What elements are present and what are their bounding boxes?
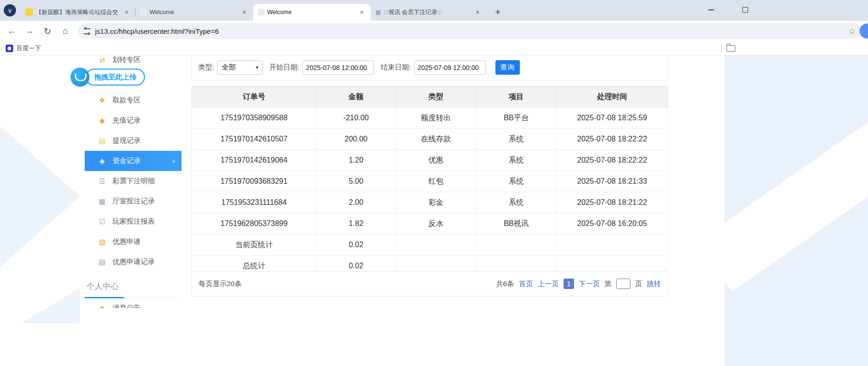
tab-title: 【新提醒】海燕策略论坛综合交 (36, 8, 119, 16)
first-page-link[interactable]: 首页 (519, 280, 533, 288)
browser-window: ∨ 【新提醒】海燕策略论坛综合交 × Welcome × Welcome × ▦ (0, 0, 868, 366)
grid-icon: ▦ (97, 197, 107, 206)
bookmarks-folder-icon[interactable] (726, 45, 735, 52)
back-button[interactable]: ← (4, 23, 19, 39)
url-text[interactable]: js13.cc/hhcp/usercenter.html?iniType=6 (95, 27, 219, 35)
cell-type: 红包 (396, 171, 476, 192)
cell-project: 系统 (476, 150, 557, 171)
cell-amount: 1.82 (316, 213, 396, 234)
sidebar-item-label: 划转专区 (112, 55, 141, 64)
close-icon[interactable]: × (122, 8, 131, 16)
cell-project: BB平台 (476, 108, 557, 129)
cell-order-no: 1751970142610507 (192, 129, 317, 150)
netdisk-icon (71, 68, 89, 86)
jump-page-input[interactable] (616, 279, 630, 289)
page-size-text: 每页显示20条 (199, 280, 242, 288)
chevron-right-icon: › (172, 156, 175, 166)
end-date-label: 结束日期: (381, 63, 411, 72)
sidebar-item-announcements[interactable]: ◆ 消息公告 (85, 298, 182, 308)
upload-overlay[interactable]: 拖拽至此上传 (71, 68, 145, 86)
query-button[interactable]: 查询 (495, 60, 520, 75)
reload-icon: ↻ (44, 26, 51, 37)
header-amount: 金额 (316, 86, 396, 108)
bookmark-label: 百度一下 (16, 44, 41, 53)
cell-amount: 200.00 (316, 129, 396, 150)
close-icon[interactable]: × (240, 8, 248, 16)
jump-button[interactable]: 跳转 (647, 280, 661, 288)
current-page-indicator: 1 (564, 279, 574, 289)
start-date-input[interactable] (303, 61, 374, 75)
site-info-icon[interactable] (84, 28, 90, 34)
cell-type: 优惠 (396, 150, 476, 171)
bookmark-baidu[interactable]: 百度一下 (6, 44, 41, 53)
announcement-icon: ◆ (97, 304, 107, 309)
cell-time: 2025-07-08 18:21:33 (557, 171, 668, 192)
tab-title: Welcome (267, 9, 354, 16)
cell-project: BB视讯 (476, 213, 557, 234)
maximize-button[interactable] (736, 3, 755, 17)
sidebar-item-recharge-records[interactable]: ◆ 充值记录 (85, 110, 182, 131)
sidebar-item-lottery-bet-details[interactable]: ☰ 彩票下注明细 (85, 171, 182, 191)
tab-welcome-active[interactable]: Welcome × (253, 4, 371, 21)
reload-button[interactable]: ↻ (40, 23, 55, 39)
type-select-value: 全部 (222, 63, 236, 72)
cell-time: 2025-07-08 18:25:59 (557, 108, 668, 129)
cell-project: 系统 (476, 171, 557, 192)
prev-page-link[interactable]: 上一页 (538, 280, 559, 288)
forward-button[interactable]: → (22, 23, 37, 39)
bookmarks-divider (721, 43, 722, 52)
close-icon[interactable]: × (473, 8, 482, 16)
sidebar-item-label: 提现记录 (112, 136, 141, 145)
bookmark-star-icon[interactable]: ☆ (849, 26, 856, 36)
close-icon[interactable]: × (358, 8, 366, 16)
tab-video-records[interactable]: ▦ :::视讯 会员下注纪录::: × (371, 4, 486, 21)
cell-type: 在线存款 (396, 129, 476, 150)
sidebar-item-player-bet-report[interactable]: ☑ 玩家投注报表 (85, 211, 182, 232)
table-row: 1751970142619064 1.20 优惠 系统 2025-07-08 1… (192, 150, 668, 171)
baidu-icon (6, 45, 13, 52)
new-tab-button[interactable]: + (490, 5, 505, 20)
sidebar-item-promo-apply[interactable]: ▧ 优惠申请 (85, 232, 182, 252)
withdraw-icon: ❖ (97, 96, 107, 105)
cell-summary-label: 当前页统计 (192, 234, 317, 256)
sidebar-item-hall-bet-records[interactable]: ▦ 厅室投注记录 (85, 191, 182, 211)
video-favicon: ▦ (375, 9, 381, 16)
tab-search-button[interactable]: ∨ (4, 4, 16, 16)
list-icon: ☰ (97, 177, 107, 186)
home-icon: ⌂ (63, 26, 68, 36)
cell-order-no: 1751962805373899 (192, 213, 317, 234)
transfer-icon: ⇄ (97, 56, 107, 64)
table-header-row: 订单号 金额 类型 项目 处理时间 (192, 86, 668, 108)
minimize-button[interactable] (702, 3, 721, 17)
sidebar-item-label: 充值记录 (112, 116, 141, 125)
home-button[interactable]: ⌂ (58, 23, 73, 39)
tab-forum[interactable]: 【新提醒】海燕策略论坛综合交 × (21, 4, 135, 21)
sidebar-item-fund-records[interactable]: ◈ 资金记录 › (85, 151, 182, 171)
bookmarks-bar: 百度一下 (0, 41, 868, 55)
forward-arrow-icon: → (25, 26, 34, 36)
table-row: 1751970093683291 5.00 红包 系统 2025-07-08 1… (192, 171, 668, 192)
recharge-icon: ◆ (97, 117, 107, 125)
sidebar-item-promo-apply-records[interactable]: ▤ 优惠申请记录 (85, 252, 182, 272)
tab-welcome-1[interactable]: Welcome × (135, 4, 253, 21)
sidebar-item-label: 消息公告 (112, 304, 141, 308)
back-arrow-icon: ← (8, 26, 16, 36)
report-icon: ☑ (97, 218, 107, 226)
header-type: 类型 (396, 86, 476, 108)
cell-amount: 2.00 (316, 192, 396, 213)
url-bar[interactable]: js13.cc/hhcp/usercenter.html?iniType=6 ☆ (78, 23, 861, 39)
cell-order-no: 1751953231111684 (192, 192, 317, 213)
end-date-input[interactable] (414, 61, 486, 75)
cell-order-no: 1751970093683291 (192, 171, 317, 192)
cell-amount: 5.00 (316, 171, 396, 192)
sidebar-item-withdraw-zone[interactable]: ❖ 取款专区 (85, 90, 182, 110)
cell-type (396, 234, 476, 256)
type-select[interactable]: 全部 ▾ (217, 61, 263, 75)
next-page-link[interactable]: 下一页 (579, 280, 600, 288)
cell-project: 系统 (476, 192, 557, 213)
money-bag-icon: ◈ (97, 157, 107, 165)
cell-order-no: 1751970142619064 (192, 150, 317, 171)
sidebar-section-personal-center[interactable]: 个人中心 (85, 275, 182, 298)
sidebar-item-withdraw-records[interactable]: ▤ 提现记录 (85, 131, 182, 151)
cell-type: 反水 (396, 213, 476, 234)
